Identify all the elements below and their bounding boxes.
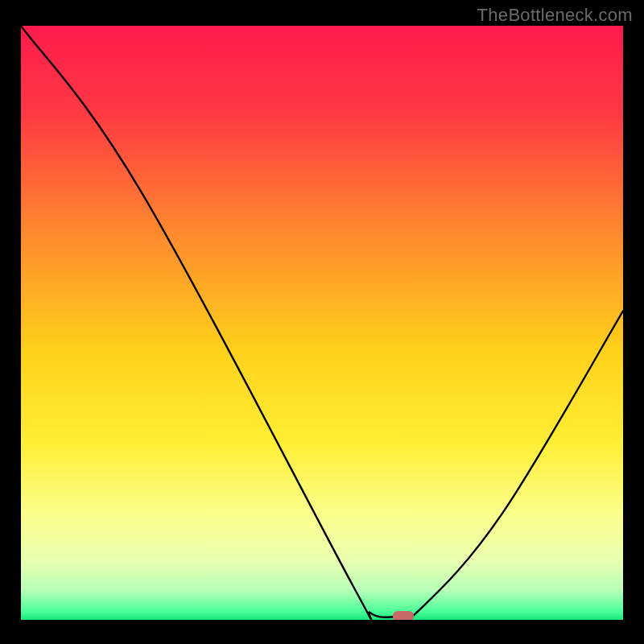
watermark-text: TheBottleneck.com: [477, 5, 633, 26]
plot-area: [21, 26, 623, 620]
gradient-background: [21, 26, 623, 620]
optimal-marker: [393, 611, 414, 620]
chart-svg: [21, 26, 623, 620]
chart-frame: TheBottleneck.com: [0, 0, 644, 644]
